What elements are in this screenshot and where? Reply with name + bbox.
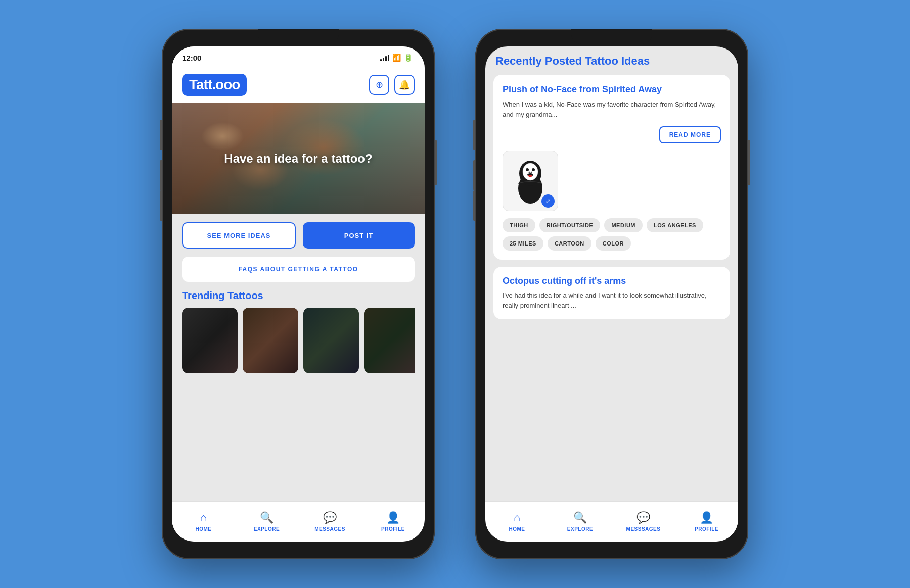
hero-overlay: Have an idea for a tattoo?: [172, 103, 425, 214]
nav-explore-label: EXPLORE: [254, 526, 280, 532]
svg-point-6: [531, 172, 532, 173]
phone2-content: Recently Posted Tattoo Ideas Plush of No…: [485, 46, 738, 542]
trending-grid: [182, 308, 415, 373]
nav-home[interactable]: ⌂ HOME: [172, 502, 235, 542]
svg-point-4: [532, 168, 535, 171]
nav-profile-label: PROFILE: [381, 526, 405, 532]
bottom-nav-2: ⌂ HOME 🔍 EXPLORE 💬 MESSSAGES 👤 PROFILE: [485, 501, 738, 542]
card-1-title: Plush of No-Face from Spirited Away: [503, 84, 721, 95]
card-2-title: Octopus cutting off it's arms: [503, 276, 721, 286]
trending-thumb-4[interactable]: [364, 308, 415, 373]
card-1: Plush of No-Face from Spirited Away When…: [493, 75, 730, 260]
notification-button[interactable]: 🔔: [394, 75, 415, 95]
nav2-messages-label: MESSSAGES: [626, 526, 661, 532]
tags-row: THIGH RIGHT/OUTSIDE MEDIUM LOS ANGELES 2…: [503, 218, 721, 251]
zoom-icon: ⤢: [545, 198, 551, 205]
tag-color: COLOR: [596, 236, 631, 251]
nav2-profile[interactable]: 👤 PROFILE: [675, 502, 738, 542]
trending-section: Trending Tattoos: [172, 290, 425, 373]
svg-point-2: [523, 163, 538, 180]
card-2: Octopus cutting off it's arms I've had t…: [493, 267, 730, 319]
home-icon-2: ⌂: [514, 511, 520, 524]
phone-1: 12:00 📶 🔋 Tatt.ooo ⊕ 🔔: [162, 29, 435, 559]
see-more-ideas-button[interactable]: SEE MORE IDEAS: [182, 222, 296, 249]
tag-medium: MEDIUM: [604, 218, 643, 232]
tag-thigh: THIGH: [503, 218, 535, 232]
svg-point-5: [529, 172, 530, 173]
status-icons: 📶 🔋: [380, 54, 413, 62]
trending-thumb-2[interactable]: [243, 308, 298, 373]
app-logo: Tatt.ooo: [182, 74, 247, 96]
post-it-button[interactable]: POST IT: [303, 222, 415, 249]
screen-2: Recently Posted Tattoo Ideas Plush of No…: [485, 46, 738, 542]
zoom-badge[interactable]: ⤢: [541, 194, 555, 208]
profile-icon: 👤: [386, 511, 400, 524]
trending-thumb-1[interactable]: [182, 308, 238, 373]
notch: [258, 29, 339, 44]
screen-1: 12:00 📶 🔋 Tatt.ooo ⊕ 🔔: [172, 46, 425, 542]
add-icon: ⊕: [376, 79, 383, 90]
tag-right-outside: RIGHT/OUTSIDE: [539, 218, 601, 232]
status-time: 12:00: [182, 54, 201, 62]
phone-2: Recently Posted Tattoo Ideas Plush of No…: [475, 29, 748, 559]
svg-point-3: [526, 168, 529, 171]
faq-banner[interactable]: FAQS ABOUT GETTING A TATTOO: [182, 257, 415, 282]
wifi-icon: 📶: [392, 54, 401, 62]
nav-profile[interactable]: 👤 PROFILE: [361, 502, 425, 542]
messages-icon-2: 💬: [636, 511, 650, 524]
bottom-nav: ⌂ HOME 🔍 EXPLORE 💬 MESSAGES 👤 PROFILE: [172, 501, 425, 542]
read-more-button[interactable]: READ MORE: [659, 126, 721, 143]
messages-icon: 💬: [323, 511, 337, 524]
hero-image: Have an idea for a tattoo?: [172, 103, 425, 214]
nav2-messages[interactable]: 💬 MESSSAGES: [612, 502, 675, 542]
add-button[interactable]: ⊕: [369, 75, 389, 95]
nav2-home[interactable]: ⌂ HOME: [485, 502, 549, 542]
nav-explore[interactable]: 🔍 EXPLORE: [235, 502, 298, 542]
faq-text: FAQS ABOUT GETTING A TATTOO: [238, 266, 358, 273]
notch-2: [571, 29, 652, 44]
nav-messages-label: MESSAGES: [314, 526, 345, 532]
action-buttons: SEE MORE IDEAS POST IT: [172, 214, 425, 257]
app-header: Tatt.ooo ⊕ 🔔: [172, 69, 425, 103]
battery-icon: 🔋: [404, 54, 413, 62]
recently-posted-title: Recently Posted Tattoo Ideas: [493, 55, 730, 68]
profile-icon-2: 👤: [700, 511, 713, 524]
nav-home-label: HOME: [196, 526, 212, 532]
explore-icon-2: 🔍: [573, 511, 587, 524]
status-bar: 12:00 📶 🔋: [172, 46, 425, 69]
trending-thumb-3[interactable]: [303, 308, 359, 373]
card-image-row: ⤢: [503, 151, 721, 211]
card-1-desc: When I was a kid, No-Face was my favorit…: [503, 100, 721, 119]
nav2-profile-label: PROFILE: [695, 526, 718, 532]
hero-text: Have an idea for a tattoo?: [224, 152, 372, 166]
nav2-explore-label: EXPLORE: [567, 526, 593, 532]
tag-cartoon: CARTOON: [548, 236, 592, 251]
nav2-home-label: HOME: [509, 526, 525, 532]
svg-point-8: [528, 175, 532, 177]
header-icons: ⊕ 🔔: [369, 75, 415, 95]
nav-messages[interactable]: 💬 MESSAGES: [298, 502, 361, 542]
card-2-desc: I've had this idea for a while and I wan…: [503, 290, 721, 310]
tag-25-miles: 25 MILES: [503, 236, 543, 251]
trending-title: Trending Tattoos: [182, 290, 415, 302]
card-image: ⤢: [503, 151, 558, 211]
signal-icon: [380, 54, 389, 61]
home-icon: ⌂: [200, 511, 207, 524]
nav2-explore[interactable]: 🔍 EXPLORE: [549, 502, 612, 542]
bell-icon: 🔔: [399, 79, 410, 90]
explore-icon: 🔍: [260, 511, 274, 524]
tag-los-angeles: LOS ANGELES: [647, 218, 703, 232]
